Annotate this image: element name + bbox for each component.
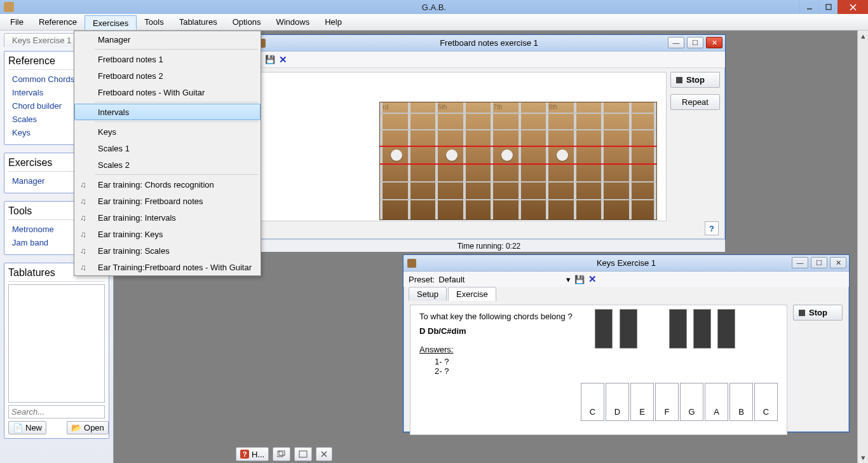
stop-button[interactable]: Stop <box>793 305 843 321</box>
child-minimize-button[interactable]: — <box>792 257 808 268</box>
app-title: G.A.B. <box>422 3 446 12</box>
fretboard-panel: rd 5th 7th 9th <box>258 72 667 221</box>
tab-exercise[interactable]: Exercise <box>448 287 496 301</box>
white-key-d[interactable]: D <box>606 383 629 421</box>
search-input[interactable] <box>8 405 105 418</box>
child-close-button[interactable]: ✕ <box>830 257 846 268</box>
repeat-button[interactable]: Repeat <box>670 94 720 110</box>
chevron-down-icon[interactable]: ▾ <box>566 275 571 284</box>
maximize-button[interactable] <box>818 0 837 14</box>
dropdown-item-scales2[interactable]: Scales 2 <box>74 156 261 173</box>
dropdown-item-manager[interactable]: Manager <box>74 31 261 48</box>
black-key[interactable] <box>595 309 613 349</box>
child-minimize-button[interactable]: — <box>668 37 684 48</box>
keys-right-buttons: Stop <box>793 305 843 327</box>
tablatures-list[interactable] <box>8 284 105 403</box>
minimize-button[interactable] <box>799 0 818 14</box>
dropdown-item-ear-fretboard-guitar[interactable]: ♫Ear Training:Fretboard notes - With Gui… <box>74 259 261 275</box>
piano-keyboard: C D E F G A B C <box>588 309 779 424</box>
white-key-a[interactable]: A <box>705 383 728 421</box>
close-button[interactable] <box>837 0 868 14</box>
new-button[interactable]: 📄 New <box>8 421 46 434</box>
help-button[interactable]: ? <box>705 221 719 235</box>
child-maximize-button[interactable]: ☐ <box>687 37 703 48</box>
keys-titlebar[interactable]: Keys Exercise 1 — ☐ ✕ <box>403 255 849 272</box>
help-icon: ? <box>240 450 249 459</box>
dropdown-item-intervals[interactable]: Intervals <box>74 104 261 120</box>
dropdown-item-scales1[interactable]: Scales 1 <box>74 140 261 156</box>
menu-tablatures[interactable]: Tablatures <box>172 14 225 30</box>
dropdown-item-ear-fretboard[interactable]: ♫Ear training: Fretboard notes <box>74 193 261 209</box>
menu-reference[interactable]: Reference <box>31 14 85 30</box>
mdi-taskbar: ?H... <box>236 446 332 462</box>
dropdown-item-ear-keys[interactable]: ♫Ear training: Keys <box>74 226 261 242</box>
white-key-c2[interactable]: C <box>754 383 778 421</box>
dropdown-item-ear-intervals[interactable]: ♫Ear training: Intervals <box>74 209 261 226</box>
dropdown-item-fretboard1[interactable]: Fretboard notes 1 <box>74 51 261 67</box>
black-key[interactable] <box>669 309 687 349</box>
taskbar-item-help[interactable]: ?H... <box>236 447 269 461</box>
dropdown-separator <box>95 121 258 122</box>
music-note-icon: ♫ <box>80 263 90 273</box>
stop-button[interactable]: Stop <box>670 72 720 88</box>
music-note-icon: ♫ <box>80 246 90 256</box>
white-key-c[interactable]: C <box>581 383 604 421</box>
window-titlebar: G.A.B. <box>0 0 868 14</box>
child-maximize-button[interactable]: ☐ <box>811 257 827 268</box>
menu-windows[interactable]: Windows <box>268 14 317 30</box>
fretboard-status: Time running: 0:22 <box>253 239 725 252</box>
menu-file[interactable]: File <box>3 14 31 30</box>
taskbar-close-all[interactable] <box>316 447 332 461</box>
window-controls <box>799 0 868 14</box>
keys-window-icon <box>407 259 416 268</box>
document-icon: 📄 <box>13 423 23 432</box>
save-icon[interactable]: 💾 <box>574 275 585 284</box>
white-key-e[interactable]: E <box>630 383 654 421</box>
taskbar-tile[interactable] <box>294 447 312 461</box>
white-key-g[interactable]: G <box>680 383 703 421</box>
dropdown-separator <box>95 102 258 102</box>
save-icon[interactable]: 💾 <box>265 55 275 64</box>
dropdown-item-keys[interactable]: Keys <box>74 123 261 140</box>
fret-marker-icon <box>501 149 513 161</box>
dropdown-item-fretboard2[interactable]: Fretboard notes 2 <box>74 67 261 84</box>
answers-label: Answers: <box>419 345 453 354</box>
delete-icon[interactable]: ✕ <box>279 54 287 66</box>
menu-options[interactable]: Options <box>225 14 269 30</box>
dropdown-item-fretboard-guitar[interactable]: Fretboard notes - With Guitar <box>74 84 261 100</box>
svg-rect-1 <box>826 4 831 10</box>
sidebar-panel-tablatures: Tablatures 📄 New 📂 Open <box>4 263 109 439</box>
black-key[interactable] <box>620 309 637 349</box>
fretboard[interactable]: rd 5th 7th 9th <box>379 102 657 220</box>
svg-rect-6 <box>299 451 307 457</box>
menu-exercises[interactable]: Exercises <box>85 15 137 30</box>
open-button[interactable]: 📂 Open <box>67 421 109 434</box>
keys-toolbar: Preset: Default ▾ 💾 ✕ <box>403 272 849 287</box>
fretboard-window: Fretboard notes exercise 1 — ☐ ✕ ▾ 💾 ✕ n… <box>252 34 726 240</box>
scroll-up-icon[interactable]: ▴ <box>858 31 868 41</box>
black-key[interactable] <box>717 309 735 349</box>
black-key[interactable] <box>693 309 711 349</box>
svg-rect-5 <box>279 450 285 455</box>
sidebar-tab-keys-exercise[interactable]: Keys Exercise 1 <box>4 33 79 47</box>
exercises-dropdown: Manager Fretboard notes 1 Fretboard note… <box>74 31 261 276</box>
fretboard-window-controls: — ☐ ✕ <box>668 37 722 48</box>
white-key-b[interactable]: B <box>729 383 753 421</box>
fretboard-titlebar[interactable]: Fretboard notes exercise 1 — ☐ ✕ <box>253 35 725 52</box>
tab-setup[interactable]: Setup <box>409 287 447 301</box>
stop-icon <box>799 310 805 316</box>
delete-icon[interactable]: ✕ <box>588 273 597 285</box>
keys-title: Keys Exercise 1 <box>597 258 656 268</box>
white-key-f[interactable]: F <box>655 383 679 421</box>
scroll-down-icon[interactable]: ▾ <box>858 452 868 463</box>
child-close-button[interactable]: ✕ <box>706 37 722 48</box>
app-icon <box>4 2 14 12</box>
menu-help[interactable]: Help <box>317 14 349 30</box>
dropdown-item-ear-scales[interactable]: ♫Ear training: Scales <box>74 242 261 259</box>
taskbar-cascade[interactable] <box>273 447 290 461</box>
preset-select[interactable]: Default <box>438 275 562 284</box>
dropdown-item-ear-chords[interactable]: ♫Ear training: Chords recognition <box>74 176 261 193</box>
menu-tools[interactable]: Tools <box>137 14 171 30</box>
menubar: File Reference Exercises Tools Tablature… <box>0 14 868 31</box>
vertical-scrollbar[interactable]: ▴ ▾ <box>857 31 868 463</box>
